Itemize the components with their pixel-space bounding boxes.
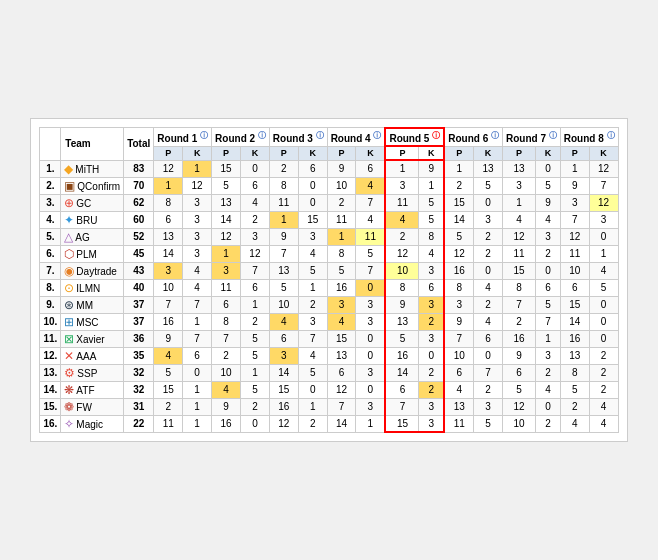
round5-header: Round 5 ⓘ <box>385 128 444 146</box>
r3-p-cell: 14 <box>269 364 298 381</box>
rank-cell: 16. <box>40 415 61 432</box>
r7-k-cell: 2 <box>536 415 561 432</box>
r1-k-cell: 1 <box>183 415 212 432</box>
r1-p-cell: 2 <box>154 398 183 415</box>
r6-k-cell: 7 <box>474 364 503 381</box>
r3-k-cell: 3 <box>298 313 327 330</box>
r2-p-cell: 10 <box>212 364 241 381</box>
r5-k-cell: 3 <box>419 296 444 313</box>
r6-p-cell: 7 <box>444 330 474 347</box>
r5-k-cell: 2 <box>419 364 444 381</box>
r2-p-cell: 16 <box>212 415 241 432</box>
r8-p-cell: 10 <box>560 262 589 279</box>
r6-p-cell: 15 <box>444 194 474 211</box>
r7-p-cell: 15 <box>502 262 535 279</box>
r2-p-cell: 11 <box>212 279 241 296</box>
r4-p-cell: 13 <box>327 347 356 364</box>
r1-k-cell: 12 <box>183 177 212 194</box>
r7-p-cell: 9 <box>502 347 535 364</box>
r1-p-cell: 8 <box>154 194 183 211</box>
rank-cell: 14. <box>40 381 61 398</box>
team-cell: ⚙SSP <box>61 364 124 381</box>
rank-cell: 1. <box>40 160 61 177</box>
r4-p-cell: 2 <box>327 194 356 211</box>
r5-p-cell: 6 <box>385 381 419 398</box>
total-cell: 43 <box>124 262 154 279</box>
r5-k-cell: 3 <box>419 262 444 279</box>
r2-k-cell: 6 <box>240 279 269 296</box>
team-cell: ❁FW <box>61 398 124 415</box>
r8-k-cell: 0 <box>589 296 618 313</box>
r3-k-cell: 3 <box>298 228 327 245</box>
r5-k-cell: 2 <box>419 381 444 398</box>
rank-cell: 11. <box>40 330 61 347</box>
r4-k-cell: 7 <box>356 262 386 279</box>
r8-p-cell: 12 <box>560 228 589 245</box>
team-cell: ⊠Xavier <box>61 330 124 347</box>
r5-k-cell: 8 <box>419 228 444 245</box>
total-cell: 32 <box>124 381 154 398</box>
r5-k-cell: 3 <box>419 415 444 432</box>
r8-p-cell: 9 <box>560 177 589 194</box>
total-cell: 40 <box>124 279 154 296</box>
rank-cell: 5. <box>40 228 61 245</box>
r2-p-cell: 9 <box>212 398 241 415</box>
r7-p-cell: 8 <box>502 279 535 296</box>
total-header: Total <box>124 128 154 160</box>
r2-k-header: K <box>240 146 269 160</box>
rank-cell: 3. <box>40 194 61 211</box>
r4-k-cell: 3 <box>356 398 386 415</box>
r3-p-cell: 13 <box>269 262 298 279</box>
r8-k-cell: 7 <box>589 177 618 194</box>
r3-k-cell: 6 <box>298 160 327 177</box>
r3-p-cell: 8 <box>269 177 298 194</box>
r5-p-cell: 12 <box>385 245 419 262</box>
r8-p-cell: 15 <box>560 296 589 313</box>
round2-header: Round 2 ⓘ <box>212 128 270 146</box>
r2-p-cell: 7 <box>212 330 241 347</box>
r4-k-cell: 4 <box>356 177 386 194</box>
r2-k-cell: 5 <box>240 347 269 364</box>
total-cell: 60 <box>124 211 154 228</box>
r5-k-cell: 4 <box>419 245 444 262</box>
r1-p-cell: 12 <box>154 160 183 177</box>
team-cell: ⬡PLM <box>61 245 124 262</box>
r3-k-cell: 1 <box>298 398 327 415</box>
r3-p-cell: 16 <box>269 398 298 415</box>
r8-p-cell: 5 <box>560 381 589 398</box>
r8-p-cell: 3 <box>560 194 589 211</box>
r7-p-cell: 5 <box>502 381 535 398</box>
r7-k-cell: 9 <box>536 194 561 211</box>
r6-p-cell: 12 <box>444 245 474 262</box>
r3-p-cell: 10 <box>269 296 298 313</box>
r2-k-cell: 2 <box>240 398 269 415</box>
rank-cell: 4. <box>40 211 61 228</box>
r8-p-cell: 13 <box>560 347 589 364</box>
r2-k-cell: 7 <box>240 262 269 279</box>
r7-p-cell: 6 <box>502 364 535 381</box>
r3-k-cell: 0 <box>298 381 327 398</box>
r7-p-cell: 10 <box>502 415 535 432</box>
r4-k-cell: 1 <box>356 415 386 432</box>
r8-p-cell: 4 <box>560 415 589 432</box>
r1-p-header: P <box>154 146 183 160</box>
r8-k-cell: 2 <box>589 364 618 381</box>
r4-p-cell: 1 <box>327 228 356 245</box>
r5-k-header: K <box>419 146 444 160</box>
r1-k-cell: 3 <box>183 228 212 245</box>
r3-k-cell: 1 <box>298 279 327 296</box>
r2-k-cell: 6 <box>240 177 269 194</box>
r3-k-cell: 5 <box>298 364 327 381</box>
r8-k-cell: 5 <box>589 279 618 296</box>
r6-k-cell: 0 <box>474 262 503 279</box>
r8-p-cell: 6 <box>560 279 589 296</box>
r7-p-cell: 12 <box>502 398 535 415</box>
r5-p-cell: 3 <box>385 177 419 194</box>
r7-p-cell: 16 <box>502 330 535 347</box>
r3-p-cell: 9 <box>269 228 298 245</box>
r4-k-cell: 0 <box>356 330 386 347</box>
round6-header: Round 6 ⓘ <box>444 128 502 146</box>
round1-header: Round 1 ⓘ <box>154 128 212 146</box>
r5-k-cell: 1 <box>419 177 444 194</box>
r5-p-cell: 15 <box>385 415 419 432</box>
